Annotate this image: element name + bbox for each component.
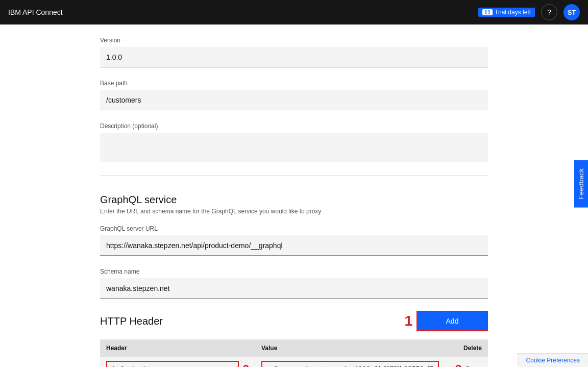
cookie-preferences[interactable]: Cookie Preferences (518, 353, 588, 367)
description-label: Description (optional) (100, 123, 488, 130)
feedback-tab[interactable]: Feedback (574, 160, 588, 207)
step3-annotation: 3 (455, 363, 461, 367)
base-path-input[interactable] (100, 90, 488, 110)
topbar-right: 11 Trial days left ? ST (478, 4, 580, 20)
base-path-label: Base path (100, 80, 488, 87)
value-cell-input[interactable] (261, 361, 439, 367)
topbar: IBM API Connect 11 Trial days left ? ST (0, 0, 588, 25)
feedback-label: Feedback (577, 168, 585, 199)
col-delete: Delete (449, 339, 488, 357)
version-input[interactable] (100, 47, 488, 67)
step2-annotation: 2 (243, 363, 249, 367)
graphql-section-title: GraphQL service (100, 186, 488, 206)
description-group: Description (optional) (100, 123, 488, 163)
app-title: IBM API Connect (8, 8, 63, 16)
table-body: 2 3 (100, 357, 488, 367)
divider-1 (100, 175, 488, 176)
graphql-url-group: GraphQL server URL (100, 225, 488, 256)
help-icon: ? (547, 8, 551, 16)
graphql-section-desc: Enter the URL and schema name for the Gr… (100, 208, 488, 215)
step3-box: 3 (455, 363, 482, 367)
svg-rect-1 (466, 366, 469, 366)
header-table: Header Value Delete 2 (100, 339, 488, 367)
description-input[interactable] (100, 133, 488, 161)
avatar-initials: ST (568, 9, 576, 16)
http-header-section: HTTP Header 1 Add Header Value Delete (100, 311, 488, 367)
table-header: Header Value Delete (100, 339, 488, 357)
table-row: 2 3 (100, 357, 488, 367)
value-cell (255, 357, 449, 367)
col-header: Header (100, 339, 255, 357)
graphql-url-input[interactable] (100, 235, 488, 256)
trial-label: Trial days left (495, 9, 531, 16)
col-value: Value (255, 339, 449, 357)
step1-annotation: 1 (404, 314, 412, 328)
header-cell: 2 (100, 357, 255, 367)
http-header-top: HTTP Header 1 Add (100, 311, 488, 331)
graphql-section: GraphQL service Enter the URL and schema… (100, 186, 488, 299)
version-label: Version (100, 37, 488, 44)
help-button[interactable]: ? (541, 4, 557, 20)
form-container: Version Base path Description (optional)… (80, 25, 508, 367)
version-group: Version (100, 37, 488, 67)
schema-name-group: Schema name (100, 268, 488, 299)
trial-badge: 11 Trial days left (478, 8, 535, 17)
delete-cell: 3 (449, 357, 488, 367)
http-header-title: HTTP Header (100, 315, 163, 327)
add-button-area: 1 Add (404, 311, 488, 331)
schema-name-label: Schema name (100, 268, 488, 275)
main-content: Version Base path Description (optional)… (0, 25, 588, 367)
trial-days: 11 (482, 9, 493, 15)
base-path-group: Base path (100, 80, 488, 110)
add-button[interactable]: Add (416, 311, 488, 331)
schema-name-input[interactable] (100, 278, 488, 299)
avatar[interactable]: ST (564, 4, 580, 20)
graphql-url-label: GraphQL server URL (100, 225, 488, 232)
topbar-left: IBM API Connect (8, 8, 63, 16)
delete-button[interactable] (463, 365, 472, 367)
cookie-pref-label: Cookie Preferences (526, 357, 580, 364)
header-cell-input[interactable] (106, 361, 239, 367)
table-header-row: Header Value Delete (100, 339, 488, 357)
